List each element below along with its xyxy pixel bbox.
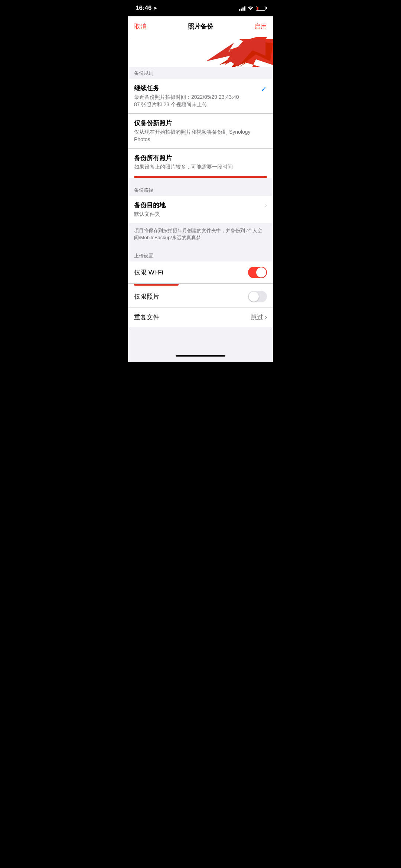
wifi-only-row: 仅限 Wi-Fi [128,261,273,284]
wifi-only-label: 仅限 Wi-Fi [134,268,163,277]
all-photos-content: 备份所有照片 如果设备上的照片较多，可能需要一段时间 [134,154,267,171]
continue-task-content: 继续任务 最近备份照片拍摄时间：2022/05/29 23:43:4087 张照… [134,84,257,108]
all-photos-annotation-bar [134,176,267,178]
duplicate-files-chevron: › [265,313,267,321]
signal-bar-1 [239,9,240,11]
home-bar [176,355,225,357]
wifi-only-toggle[interactable] [248,267,267,278]
backup-destination-card: 备份目的地 默认文件夹 › [128,196,273,223]
backup-destination-subtitle: 默认文件夹 [134,211,262,218]
continue-task-item[interactable]: 继续任务 最近备份照片拍摄时间：2022/05/29 23:43:4087 张照… [128,79,273,114]
status-right [239,5,265,11]
backup-path-header-text: 备份路径 [134,187,153,194]
backup-destination-chevron: › [265,202,267,209]
backup-rule-header-text: 备份规则 [134,70,153,76]
new-photos-content: 仅备份新照片 仅从现在开始拍摄的照片和视频将备份到 Synology Photo… [134,119,267,143]
enable-button[interactable]: 启用 [245,22,267,31]
photos-only-row: 仅限照片 [128,286,273,308]
continue-task-title: 继续任务 [134,84,257,92]
nav-bar: 取消 照片备份 启用 [128,16,273,37]
phone-container: 16:46 ➤ 取消 照片备份 启用 [128,0,273,362]
signal-bars [239,6,245,11]
backup-rule-card: 继续任务 最近备份照片拍摄时间：2022/05/29 23:43:4087 张照… [128,79,273,178]
all-photos-item[interactable]: 备份所有照片 如果设备上的照片较多，可能需要一段时间 [128,149,273,175]
upload-settings-header-text: 上传设置 [134,253,153,259]
home-indicator [128,350,273,362]
time-display: 16:46 [136,4,151,12]
all-photos-title: 备份所有照片 [134,154,267,162]
photos-toggle-knob [249,292,259,302]
duplicate-files-value: 跳过 [251,313,263,322]
photos-only-label: 仅限照片 [134,292,159,301]
upload-settings-section-header: 上传设置 [128,248,273,261]
duplicate-files-row[interactable]: 重复文件 跳过 › [128,308,273,327]
arrow-annotation [128,37,273,67]
signal-bar-3 [242,7,244,11]
wifi-toggle-knob [256,267,266,277]
wifi-icon [248,5,254,11]
photos-only-toggle[interactable] [248,291,267,302]
upload-settings-card: 仅限 Wi-Fi 仅限照片 重复文件 跳过 › [128,261,273,327]
status-bar: 16:46 ➤ [128,0,273,16]
backup-rule-section-header: 备份规则 [128,67,273,79]
all-photos-subtitle: 如果设备上的照片较多，可能需要一段时间 [134,163,267,171]
battery-icon [256,6,265,11]
new-photos-item[interactable]: 仅备份新照片 仅从现在开始拍摄的照片和视频将备份到 Synology Photo… [128,114,273,149]
new-photos-title: 仅备份新照片 [134,119,267,127]
new-photos-subtitle: 仅从现在开始拍摄的照片和视频将备份到 Synology Photos [134,129,267,143]
duplicate-files-label: 重复文件 [134,313,159,322]
backup-destination-item[interactable]: 备份目的地 默认文件夹 › [128,196,273,223]
arrow-pointer [206,39,265,67]
backup-destination-title: 备份目的地 [134,201,262,209]
signal-bar-2 [241,9,242,11]
svg-marker-6 [206,39,254,65]
backup-destination-content: 备份目的地 默认文件夹 [134,201,262,218]
signal-bar-4 [244,6,245,11]
backup-path-info-text: 项目将保存到按拍摄年月创建的文件夹中，并备份到 /个人空间/MobileBack… [134,228,262,241]
page-title: 照片备份 [156,22,245,31]
cancel-button[interactable]: 取消 [134,22,156,31]
continue-task-subtitle: 最近备份照片拍摄时间：2022/05/29 23:43:4087 张照片和 23… [134,94,257,108]
backup-path-section-header: 备份路径 [128,182,273,196]
battery-level [257,7,258,10]
status-time: 16:46 ➤ [136,4,157,12]
continue-task-checkmark: ✓ [261,85,267,94]
duplicate-files-value-container: 跳过 › [251,313,267,322]
bottom-spacer [128,327,273,350]
backup-path-info: 项目将保存到按拍摄年月创建的文件夹中，并备份到 /个人空间/MobileBack… [128,223,273,248]
location-icon: ➤ [153,6,157,11]
